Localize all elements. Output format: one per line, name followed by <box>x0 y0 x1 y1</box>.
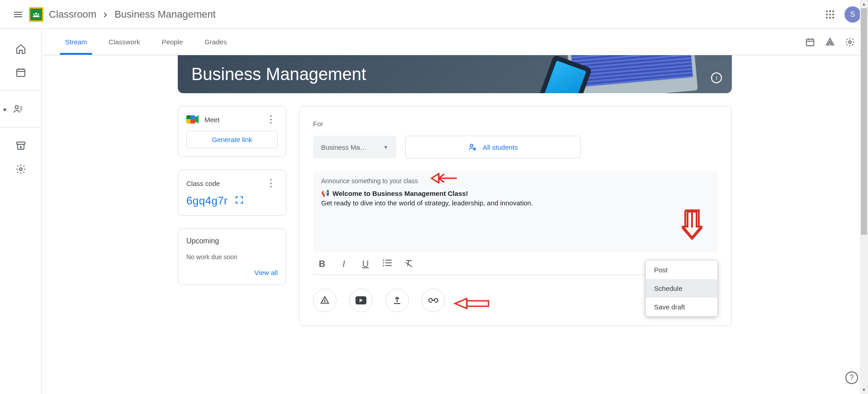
class-banner: Business Management i <box>178 55 732 93</box>
calendar-icon[interactable] <box>15 67 26 78</box>
upcoming-title: Upcoming <box>186 237 278 245</box>
svg-point-10 <box>829 17 831 19</box>
left-sidebar: ▶ <box>0 29 42 394</box>
svg-point-7 <box>829 14 831 15</box>
bold-button[interactable]: B <box>317 259 327 270</box>
main-content: Stream Classwork People Grades Business … <box>42 29 868 394</box>
italic-button[interactable]: I <box>338 259 349 270</box>
announcement-editor[interactable]: Announce something to your class 📢 Welco… <box>313 171 718 252</box>
for-label: For <box>313 120 718 128</box>
menu-item-schedule[interactable]: Schedule <box>646 279 717 298</box>
chevron-right-icon <box>103 9 108 20</box>
svg-rect-24 <box>385 262 392 263</box>
announcement-line2: Get ready to dive into the world of stra… <box>321 199 710 207</box>
announcement-line1: Welcome to Business Management Class! <box>332 190 468 197</box>
meet-title: Meet <box>204 116 219 123</box>
svg-point-17 <box>849 41 851 43</box>
svg-point-3 <box>826 10 828 12</box>
svg-point-9 <box>826 17 828 19</box>
svg-point-13 <box>15 106 19 109</box>
menu-item-save-draft[interactable]: Save draft <box>646 298 717 316</box>
svg-point-21 <box>383 260 384 261</box>
class-select-dropdown[interactable]: Business Ma… ▼ <box>313 136 396 158</box>
classroom-logo <box>29 7 43 22</box>
tab-grades[interactable]: Grades <box>194 29 237 55</box>
home-icon[interactable] <box>15 43 26 54</box>
megaphone-icon: 📢 <box>321 189 330 197</box>
compose-card: For Business Ma… ▼ All students Announce… <box>299 106 732 326</box>
classcode-card: Class code ⋮ 6gq4g7r <box>178 170 286 216</box>
svg-point-1 <box>33 13 34 14</box>
breadcrumb: Classroom Business Management <box>49 9 216 20</box>
attach-link-button[interactable] <box>422 289 445 312</box>
settings-tab-icon[interactable] <box>844 37 855 47</box>
people-icon <box>468 142 477 152</box>
classcode-label: Class code <box>186 180 220 187</box>
class-tabs: Stream Classwork People Grades <box>42 29 868 55</box>
account-avatar[interactable]: S <box>844 6 861 23</box>
svg-point-0 <box>35 12 37 14</box>
meet-more-icon[interactable]: ⋮ <box>264 114 278 124</box>
upcoming-card: Upcoming No work due soon View all <box>178 228 286 285</box>
clear-format-button[interactable] <box>403 259 414 270</box>
breadcrumb-class[interactable]: Business Management <box>114 9 216 20</box>
calendar-tab-icon[interactable] <box>805 37 816 47</box>
class-select-value: Business Ma… <box>321 143 367 151</box>
teaching-expand[interactable]: ▶ <box>0 104 41 114</box>
svg-point-6 <box>826 14 828 15</box>
svg-point-25 <box>383 265 384 266</box>
svg-point-11 <box>832 17 834 19</box>
top-header: Classroom Business Management S <box>0 0 868 29</box>
breadcrumb-app[interactable]: Classroom <box>49 9 96 20</box>
scrollbar[interactable]: ▲ ▼ <box>860 0 868 394</box>
classcode-more-icon[interactable]: ⋮ <box>264 178 278 188</box>
tab-people[interactable]: People <box>151 29 194 55</box>
underline-button[interactable]: U <box>360 259 371 270</box>
tab-stream[interactable]: Stream <box>54 29 98 55</box>
upcoming-text: No work due soon <box>186 253 278 261</box>
help-button[interactable]: ? <box>845 371 858 384</box>
post-dropdown-menu: Post Schedule Save draft <box>645 260 718 317</box>
settings-nav-icon[interactable] <box>15 164 26 175</box>
svg-point-8 <box>832 14 834 15</box>
svg-point-4 <box>829 10 831 12</box>
banner-info-icon[interactable]: i <box>711 72 722 83</box>
svg-rect-12 <box>17 69 25 76</box>
attach-youtube-button[interactable] <box>349 289 373 312</box>
all-students-button[interactable]: All students <box>405 136 581 158</box>
meet-icon <box>186 114 199 124</box>
svg-rect-26 <box>385 265 392 266</box>
google-apps-button[interactable] <box>819 4 841 25</box>
attach-drive-button[interactable] <box>313 289 337 312</box>
archive-icon[interactable] <box>15 140 26 151</box>
attach-upload-button[interactable] <box>385 289 409 312</box>
svg-rect-14 <box>17 142 25 144</box>
svg-rect-22 <box>385 260 392 261</box>
announce-label: Announce something to your class <box>321 177 710 185</box>
svg-point-19 <box>470 144 473 147</box>
classcode-value: 6gq4g7r <box>186 195 228 207</box>
svg-point-5 <box>832 10 834 12</box>
main-menu-button[interactable] <box>7 4 29 25</box>
menu-item-post[interactable]: Post <box>646 261 717 279</box>
scroll-thumb[interactable] <box>861 8 867 235</box>
drive-tab-icon[interactable] <box>825 37 835 47</box>
scroll-down-button[interactable]: ▼ <box>860 386 868 394</box>
scroll-up-button[interactable]: ▲ <box>860 0 868 8</box>
all-students-label: All students <box>483 143 518 151</box>
bullet-list-button[interactable] <box>382 259 393 270</box>
svg-point-2 <box>38 13 39 14</box>
meet-card: Meet ⋮ Generate link <box>178 106 286 157</box>
svg-rect-16 <box>806 39 814 46</box>
viewall-link[interactable]: View all <box>186 269 278 276</box>
svg-point-15 <box>19 168 22 171</box>
chevron-down-icon: ▼ <box>384 145 388 150</box>
fullscreen-icon[interactable] <box>235 196 243 206</box>
banner-title: Business Management <box>191 65 366 84</box>
generate-link-button[interactable]: Generate link <box>186 131 278 148</box>
tab-classwork[interactable]: Classwork <box>98 29 151 55</box>
svg-point-23 <box>383 262 384 264</box>
